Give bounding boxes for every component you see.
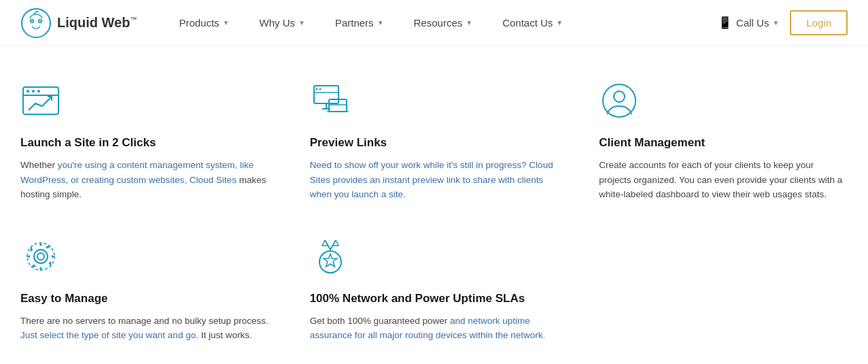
svg-point-3 — [31, 20, 33, 22]
logo-text: Liquid Web™ — [57, 15, 137, 31]
chevron-down-icon: ▼ — [377, 19, 384, 27]
svg-point-9 — [37, 90, 40, 93]
logo[interactable]: Liquid Web™ — [20, 7, 137, 39]
feature-launch: Launch a Site in 2 Clicks Whether you're… — [20, 80, 269, 202]
call-us[interactable]: 📱 Call Us ▼ — [718, 16, 779, 30]
feature-uptime-title: 100% Network and Power Uptime SLAs — [310, 292, 559, 305]
chevron-down-icon: ▼ — [223, 19, 230, 27]
svg-point-23 — [37, 253, 44, 260]
nav-item-products[interactable]: Products ▼ — [164, 0, 244, 46]
nav-item-why-us[interactable]: Why Us ▼ — [245, 0, 320, 46]
launch-icon — [20, 80, 61, 121]
feature-preview-title: Preview Links — [310, 136, 559, 150]
login-button[interactable]: Login — [790, 10, 848, 35]
svg-point-8 — [32, 90, 35, 93]
feature-client: Client Management Create accounts for ea… — [599, 80, 848, 202]
chevron-down-icon: ▼ — [298, 19, 305, 27]
chevron-down-icon: ▼ — [772, 19, 779, 27]
svg-rect-10 — [314, 86, 338, 103]
feature-uptime-desc: Get both 100% guaranteed power and netwo… — [310, 314, 559, 343]
nav-item-partners[interactable]: Partners ▼ — [320, 0, 399, 46]
svg-point-13 — [319, 88, 321, 90]
navbar: Liquid Web™ Products ▼ Why Us ▼ Partners… — [0, 0, 868, 46]
phone-icon: 📱 — [718, 16, 732, 30]
svg-point-7 — [27, 90, 29, 93]
client-management-icon — [599, 80, 640, 121]
preview-icon — [310, 80, 351, 121]
svg-point-20 — [614, 91, 625, 102]
feature-manage: Easy to Manage There are no servers to m… — [20, 236, 269, 343]
feature-preview: Preview Links Need to show off your work… — [310, 80, 559, 202]
feature-launch-title: Launch a Site in 2 Clicks — [20, 136, 269, 150]
svg-point-12 — [315, 88, 317, 90]
nav-items: Products ▼ Why Us ▼ Partners ▼ Resources… — [164, 0, 718, 46]
nav-right: 📱 Call Us ▼ Login — [718, 10, 848, 35]
uptime-icon — [310, 236, 351, 277]
chevron-down-icon: ▼ — [466, 19, 472, 27]
main-content: Launch a Site in 2 Clicks Whether you're… — [0, 46, 868, 364]
svg-point-4 — [39, 20, 41, 22]
feature-manage-desc: There are no servers to manage and no bu… — [20, 314, 269, 343]
feature-uptime: 100% Network and Power Uptime SLAs Get b… — [310, 236, 559, 343]
logo-tm: ™ — [130, 16, 137, 23]
feature-preview-desc: Need to show off your work while it's st… — [310, 158, 559, 202]
manage-icon — [20, 236, 61, 277]
feature-manage-title: Easy to Manage — [20, 292, 269, 305]
feature-launch-desc: Whether you're using a content managemen… — [20, 158, 269, 202]
svg-point-21 — [34, 250, 48, 263]
svg-point-22 — [27, 243, 54, 270]
nav-item-contact-us[interactable]: Contact Us ▼ — [487, 0, 578, 46]
features-grid: Launch a Site in 2 Clicks Whether you're… — [20, 80, 848, 343]
feature-client-title: Client Management — [599, 136, 848, 150]
chevron-down-icon: ▼ — [556, 19, 563, 27]
feature-client-desc: Create accounts for each of your clients… — [599, 158, 848, 202]
nav-item-resources[interactable]: Resources ▼ — [399, 0, 488, 46]
svg-point-0 — [22, 9, 50, 37]
svg-marker-25 — [324, 254, 337, 267]
